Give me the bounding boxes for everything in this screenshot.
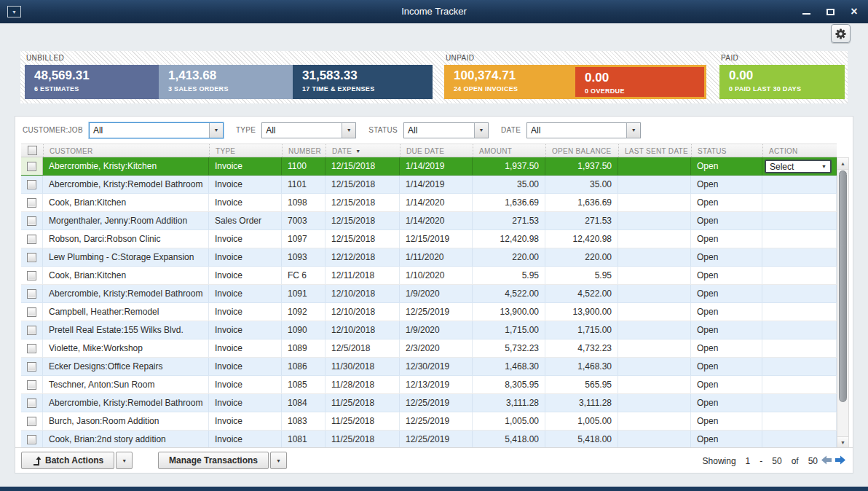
cell-amount: 1,636.69 — [473, 194, 545, 211]
maximize-button[interactable] — [825, 7, 835, 17]
table-row[interactable]: Cook, Brian:Kitchen Invoice FC 6 12/11/2… — [21, 267, 837, 285]
sales-orders-card[interactable]: 1,413.68 3 SALES ORDERS — [159, 65, 293, 99]
row-checkbox[interactable] — [21, 394, 43, 412]
column-header-due-date[interactable]: DUE DATE — [400, 144, 473, 157]
previous-page-icon[interactable] — [821, 455, 832, 465]
column-header-number[interactable]: NUMBER — [282, 144, 326, 157]
customer-job-filter[interactable]: All ▼ — [89, 122, 224, 138]
overdue-card[interactable]: 0.00 0 OVERDUE — [575, 67, 704, 97]
table-row[interactable]: Campbell, Heather:Remodel Invoice 1092 1… — [21, 303, 837, 321]
date-filter-label: DATE — [501, 126, 521, 134]
row-checkbox[interactable] — [21, 376, 43, 393]
cell-open-balance: 5,418.00 — [545, 431, 618, 448]
row-checkbox[interactable] — [21, 339, 43, 357]
row-checkbox[interactable] — [21, 285, 43, 302]
table-row[interactable]: Burch, Jason:Room Addition Invoice 1083 … — [21, 412, 837, 431]
table-row[interactable]: Cook, Brian:2nd story addition Invoice 1… — [21, 431, 837, 449]
date-filter[interactable]: All ▼ — [526, 122, 641, 138]
chevron-down-icon[interactable]: ▼ — [474, 123, 488, 138]
table-row[interactable]: Pretell Real Estate:155 Wilks Blvd. Invo… — [21, 321, 837, 339]
cell-customer: Cook, Brian:Kitchen — [43, 267, 209, 284]
cell-date: 12/15/2018 — [326, 194, 400, 211]
row-checkbox[interactable] — [21, 248, 43, 266]
vertical-scrollbar[interactable]: ▲ ▼ — [837, 157, 849, 449]
manage-transactions-button[interactable]: Manage Transactions — [158, 452, 269, 469]
row-checkbox[interactable] — [21, 321, 43, 339]
row-checkbox[interactable] — [21, 176, 43, 193]
scrollbar-thumb[interactable] — [839, 170, 847, 402]
row-checkbox[interactable] — [21, 303, 43, 321]
chevron-down-icon[interactable]: ▼ — [209, 123, 223, 138]
cell-open-balance: 12,420.98 — [545, 230, 618, 248]
batch-actions-dropdown-button[interactable]: ▼ — [116, 452, 133, 469]
settings-button[interactable] — [831, 24, 851, 43]
cell-status: Open — [691, 358, 762, 375]
table-row[interactable]: Ecker Designs:Office Repairs Invoice 108… — [21, 358, 837, 376]
status-filter[interactable]: All ▼ — [403, 122, 489, 138]
checkbox-icon — [28, 146, 37, 155]
table-row[interactable]: Lew Plumbing - C:Storage Expansion Invoi… — [21, 248, 837, 267]
column-header-amount[interactable]: AMOUNT — [473, 144, 545, 157]
table-row[interactable]: Morgenthaler, Jenny:Room Addition Sales … — [21, 212, 837, 230]
row-checkbox[interactable] — [21, 212, 43, 229]
chevron-down-icon[interactable]: ▼ — [342, 123, 355, 138]
minimize-button[interactable] — [801, 7, 811, 17]
next-page-icon[interactable] — [835, 455, 845, 465]
table-row[interactable]: Cook, Brian:Kitchen Invoice 1098 12/15/2… — [21, 194, 837, 212]
table-row[interactable]: Abercrombie, Kristy:Kitchen Invoice 1100… — [21, 157, 837, 176]
row-checkbox[interactable] — [21, 267, 43, 284]
action-select-dropdown[interactable]: Select ▼ — [765, 160, 832, 173]
cell-action — [762, 176, 837, 193]
column-header-open-balance[interactable]: OPEN BALANCE — [545, 144, 618, 157]
row-checkbox[interactable] — [21, 194, 43, 211]
manage-transactions-dropdown-button[interactable]: ▼ — [270, 452, 287, 469]
type-filter[interactable]: All ▼ — [261, 122, 356, 138]
paid-last-30-days-card[interactable]: 0.00 0 PAID LAST 30 DAYS — [719, 65, 845, 99]
cell-action — [762, 431, 837, 448]
sort-descending-icon: ▼ — [355, 149, 360, 154]
table-row[interactable]: Abercrombie, Kristy:Remodel Bathroom Inv… — [21, 394, 837, 412]
row-checkbox[interactable] — [21, 358, 43, 375]
summary-cards-strip: UNBILLED 48,569.31 6 ESTIMATES 1,413.68 … — [20, 51, 848, 103]
column-header-customer[interactable]: CUSTOMER — [43, 144, 209, 157]
cell-date: 12/10/2018 — [326, 285, 400, 302]
close-button[interactable]: × — [849, 7, 859, 17]
table-body: Abercrombie, Kristy:Kitchen Invoice 1100… — [21, 157, 837, 449]
column-header-status[interactable]: STATUS — [691, 144, 762, 157]
cell-customer: Abercrombie, Kristy:Kitchen — [43, 157, 209, 175]
cell-date: 12/10/2018 — [326, 321, 400, 339]
cell-number: 1101 — [282, 176, 326, 193]
column-header-action[interactable]: ACTION — [762, 144, 837, 157]
cell-open-balance: 13,900.00 — [545, 303, 618, 321]
window-menu-icon[interactable]: ▼ — [7, 6, 21, 17]
column-header-date[interactable]: DATE▼ — [326, 144, 400, 157]
column-header-type[interactable]: TYPE — [209, 144, 282, 157]
open-invoices-card[interactable]: 100,374.71 24 OPEN INVOICES — [444, 65, 575, 99]
table-row[interactable]: Robson, Darci:Robson Clinic Invoice 1097… — [21, 230, 837, 248]
cell-status: Open — [691, 376, 762, 393]
scroll-up-button[interactable]: ▲ — [837, 158, 848, 170]
chevron-down-icon[interactable]: ▼ — [626, 123, 640, 138]
select-all-checkbox[interactable] — [21, 144, 43, 157]
row-checkbox[interactable] — [21, 157, 43, 175]
row-checkbox[interactable] — [21, 230, 43, 248]
cell-action — [762, 376, 837, 393]
cell-number: 1092 — [282, 303, 326, 321]
manage-transactions-group: Manage Transactions ▼ — [158, 452, 287, 469]
cell-type: Invoice — [209, 376, 282, 393]
cell-amount: 8,305.95 — [473, 376, 545, 393]
table-row[interactable]: Violette, Mike:Workshop Invoice 1089 12/… — [21, 339, 837, 358]
cell-open-balance: 565.95 — [545, 376, 618, 393]
estimates-card[interactable]: 48,569.31 6 ESTIMATES — [25, 65, 159, 99]
batch-actions-button[interactable]: Batch Actions — [21, 452, 114, 469]
row-checkbox[interactable] — [21, 412, 43, 430]
table-row[interactable]: Teschner, Anton:Sun Room Invoice 1085 11… — [21, 376, 837, 394]
window-title: Income Tracker — [0, 0, 868, 23]
time-expenses-card[interactable]: 31,583.33 17 TIME & EXPENSES — [293, 65, 433, 99]
cell-open-balance: 1,937.50 — [545, 157, 618, 175]
row-checkbox[interactable] — [21, 431, 43, 448]
table-row[interactable]: Abercrombie, Kristy:Remodel Bathroom Inv… — [21, 176, 837, 194]
column-header-last-sent-date[interactable]: LAST SENT DATE — [618, 144, 691, 157]
table-row[interactable]: Abercrombie, Kristy:Remodel Bathroom Inv… — [21, 285, 837, 303]
scroll-down-button[interactable]: ▼ — [837, 436, 848, 448]
